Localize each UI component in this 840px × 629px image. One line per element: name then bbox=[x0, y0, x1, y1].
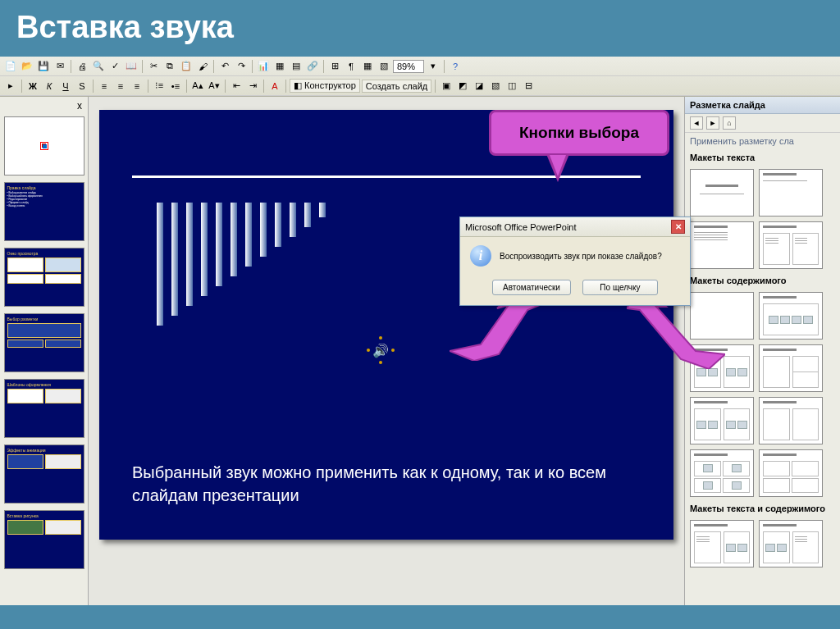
callout-label: Кнопки выбора bbox=[489, 110, 669, 182]
thumb-slide-7[interactable]: Вставка рисунка bbox=[4, 510, 84, 569]
tp-section-text: Макеты текста bbox=[685, 149, 840, 166]
info-icon: i bbox=[470, 245, 491, 267]
format-painter-icon[interactable]: 🖌 bbox=[195, 59, 210, 74]
btn-automatically[interactable]: Автоматически bbox=[492, 280, 571, 295]
layout-content[interactable] bbox=[759, 292, 823, 340]
show-hide-icon[interactable]: ¶ bbox=[344, 59, 358, 74]
chart-icon[interactable]: 📊 bbox=[256, 59, 271, 74]
layout-tc-1[interactable] bbox=[690, 520, 754, 567]
align-right-icon[interactable]: ≡ bbox=[130, 79, 144, 93]
help-icon[interactable]: ? bbox=[448, 59, 463, 74]
thumb-slide-3[interactable]: Окно просмотра bbox=[4, 248, 84, 307]
preview-icon[interactable]: 🔍 bbox=[91, 59, 106, 74]
tp-forward-icon[interactable]: ► bbox=[706, 116, 719, 130]
misc-icon-4[interactable]: ▧ bbox=[488, 79, 503, 93]
decrease-indent-icon[interactable]: ⇤ bbox=[229, 79, 244, 93]
color-icon[interactable]: ▧ bbox=[377, 59, 391, 74]
layout-content-4grid[interactable] bbox=[690, 449, 754, 497]
chevron-icon[interactable]: ▸ bbox=[3, 79, 18, 93]
taskpane-subheader: Применить разметку сла bbox=[685, 133, 840, 149]
shadow-icon[interactable]: S bbox=[75, 79, 89, 93]
taskpane-title: Разметка слайда bbox=[685, 97, 840, 114]
thumb-slide-4[interactable]: Выбор разметки bbox=[4, 313, 84, 372]
tp-text-layouts bbox=[685, 166, 840, 272]
underline-icon[interactable]: Ч bbox=[58, 79, 73, 93]
tp-textcontent-layouts bbox=[685, 517, 840, 571]
zoom-dropdown-icon[interactable]: ▾ bbox=[426, 59, 441, 74]
tp-back-icon[interactable]: ◄ bbox=[690, 116, 703, 130]
page-title: Вставка звука bbox=[0, 0, 840, 57]
layout-content-2col-b[interactable] bbox=[759, 344, 823, 392]
dialog-message: Воспроизводить звук при показе слайдов? bbox=[500, 252, 662, 261]
misc-icon-5[interactable]: ◫ bbox=[504, 79, 519, 93]
designer-icon: ◧ bbox=[294, 80, 302, 90]
dialog-buttons: Автоматически По щелчку bbox=[460, 275, 690, 305]
research-icon[interactable]: 📖 bbox=[124, 59, 139, 74]
italic-icon[interactable]: К bbox=[42, 79, 57, 93]
tp-home-icon[interactable]: ⌂ bbox=[723, 116, 736, 130]
new-doc-icon[interactable]: 📄 bbox=[3, 59, 18, 74]
dialog-close-icon[interactable]: ✕ bbox=[671, 220, 685, 234]
expand-icon[interactable]: ⊞ bbox=[327, 59, 342, 74]
decrease-font-icon[interactable]: A▾ bbox=[207, 79, 221, 93]
misc-icon-3[interactable]: ◪ bbox=[472, 79, 486, 93]
hyperlink-icon[interactable]: 🔗 bbox=[305, 59, 320, 74]
designer-button[interactable]: ◧ Конструктор bbox=[290, 79, 360, 93]
thumbnails-close-icon[interactable]: x bbox=[2, 100, 85, 115]
save-icon[interactable]: 💾 bbox=[36, 59, 51, 74]
increase-font-icon[interactable]: A▴ bbox=[190, 79, 205, 93]
layout-title-content[interactable] bbox=[759, 169, 823, 217]
dialog-titlebar: Microsoft Office PowerPoint ✕ bbox=[460, 217, 690, 237]
layout-tc-2[interactable] bbox=[759, 520, 823, 567]
dialog-body: i Воспроизводить звук при показе слайдов… bbox=[460, 237, 690, 275]
increase-indent-icon[interactable]: ⇥ bbox=[245, 79, 260, 93]
open-icon[interactable]: 📂 bbox=[20, 59, 34, 74]
thumb-slide-6[interactable]: Эффекты анимации bbox=[4, 444, 84, 504]
font-color-icon[interactable]: A bbox=[267, 79, 282, 93]
toolbar-formatting: ▸ Ж К Ч S ≡ ≡ ≡ ⁝≡ •≡ A▴ A▾ ⇤ ⇥ A ◧ Конс… bbox=[0, 76, 840, 96]
thumb-slide-5[interactable]: Шаблоны оформления bbox=[4, 379, 84, 438]
layout-content-4grid-b[interactable] bbox=[759, 449, 823, 497]
thumb-slide-2[interactable]: Правка слайда • Выбор разметки слайда • … bbox=[4, 182, 84, 241]
dialog-title-text: Microsoft Office PowerPoint bbox=[465, 222, 577, 232]
designer-label: Конструктор bbox=[304, 80, 356, 90]
align-center-icon[interactable]: ≡ bbox=[113, 79, 128, 93]
tables-borders-icon[interactable]: ▤ bbox=[289, 59, 304, 74]
cut-icon[interactable]: ✂ bbox=[146, 59, 161, 74]
sound-object-icon[interactable]: 🔊 bbox=[370, 340, 391, 361]
thumb-slide-1[interactable] bbox=[4, 116, 84, 175]
mail-icon[interactable]: ✉ bbox=[52, 59, 67, 74]
misc-icon-2[interactable]: ◩ bbox=[455, 79, 470, 93]
table-icon[interactable]: ▦ bbox=[272, 59, 287, 74]
layout-content-4[interactable] bbox=[759, 397, 823, 444]
new-slide-button[interactable]: Создать слайд bbox=[362, 80, 431, 93]
print-icon[interactable]: 🖨 bbox=[75, 59, 89, 74]
layout-bullets[interactable] bbox=[690, 221, 754, 269]
bullets-icon[interactable]: •≡ bbox=[168, 79, 183, 93]
taskpane-nav: ◄ ► ⌂ bbox=[685, 114, 840, 133]
callout-tail bbox=[546, 154, 569, 182]
bold-icon[interactable]: Ж bbox=[25, 79, 40, 93]
copy-icon[interactable]: ⧉ bbox=[162, 59, 177, 74]
layout-content-3[interactable] bbox=[690, 397, 754, 444]
slide-thumbnails-panel: x Правка слайда • Выбор разметки слайда … bbox=[0, 97, 89, 605]
layout-title-only[interactable] bbox=[690, 169, 754, 217]
misc-icon-1[interactable]: ▣ bbox=[439, 79, 454, 93]
sound-dialog: Microsoft Office PowerPoint ✕ i Воспроиз… bbox=[459, 217, 691, 306]
spell-icon[interactable]: ✓ bbox=[107, 59, 122, 74]
slide-body-text: Выбранный звук можно применить как к одн… bbox=[132, 461, 641, 507]
btn-on-click[interactable]: По щелчку bbox=[582, 280, 658, 295]
toolbar-standard: 📄 📂 💾 ✉ 🖨 🔍 ✓ 📖 ✂ ⧉ 📋 🖌 ↶ ↷ 📊 ▦ ▤ 🔗 ⊞ ¶ … bbox=[0, 57, 840, 76]
undo-icon[interactable]: ↶ bbox=[217, 59, 232, 74]
grid-icon[interactable]: ▦ bbox=[360, 59, 375, 74]
layout-two-col-text[interactable] bbox=[759, 221, 823, 269]
zoom-input[interactable]: 89% bbox=[393, 60, 424, 73]
align-left-icon[interactable]: ≡ bbox=[97, 79, 112, 93]
tp-section-text-content: Макеты текста и содержимого bbox=[685, 500, 840, 517]
redo-icon[interactable]: ↷ bbox=[234, 59, 249, 74]
paste-icon[interactable]: 📋 bbox=[179, 59, 194, 74]
tp-section-content: Макеты содержимого bbox=[685, 272, 840, 289]
toolbar-area: 📄 📂 💾 ✉ 🖨 🔍 ✓ 📖 ✂ ⧉ 📋 🖌 ↶ ↷ 📊 ▦ ▤ 🔗 ⊞ ¶ … bbox=[0, 57, 840, 97]
misc-icon-6[interactable]: ⊟ bbox=[521, 79, 536, 93]
numbering-icon[interactable]: ⁝≡ bbox=[152, 79, 167, 93]
